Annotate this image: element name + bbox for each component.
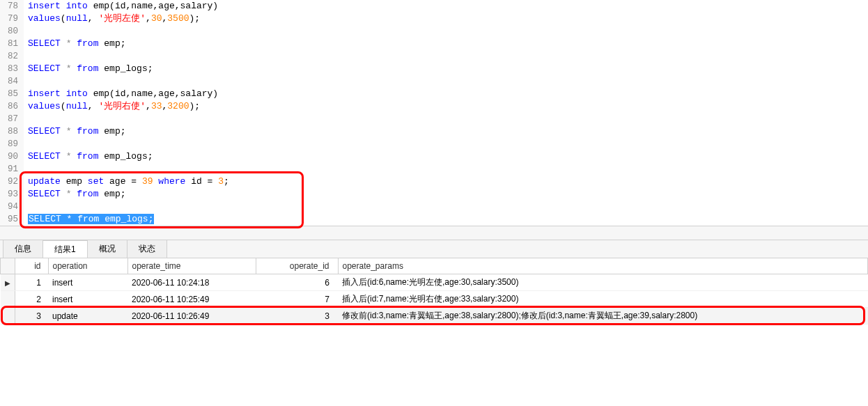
cell-operate_time[interactable]: 2020-06-11 10:26:49 <box>127 308 256 325</box>
code-line[interactable]: 91 <box>0 163 868 175</box>
code-line[interactable]: 79values(null, '光明左使',30,3500); <box>0 13 868 25</box>
code-content[interactable]: values(null, '光明右使',33,3200); <box>24 100 200 113</box>
cell-operation[interactable]: insert <box>48 291 127 308</box>
code-content[interactable]: update emp set age = 39 where id = 3; <box>24 175 229 188</box>
line-number: 82 <box>0 50 24 63</box>
cell-id[interactable]: 2 <box>15 291 48 308</box>
code-line[interactable]: 95SELECT * from emp_logs; <box>0 213 868 226</box>
line-number: 93 <box>0 188 24 201</box>
cell-operate_time[interactable]: 2020-06-11 10:24:18 <box>127 274 256 291</box>
code-line[interactable]: 85insert into emp(id,name,age,salary) <box>0 88 868 100</box>
table-row[interactable]: 3update2020-06-11 10:26:493修改前(id:3,name… <box>1 308 868 325</box>
col-header-operation[interactable]: operation <box>48 258 127 274</box>
code-content[interactable]: insert into emp(id,name,age,salary) <box>24 0 218 13</box>
col-header-operate-params[interactable]: operate_params <box>338 258 868 274</box>
code-content[interactable] <box>24 113 28 125</box>
results-panel: id operation operate_time operate_id ope… <box>0 258 868 325</box>
line-number: 94 <box>0 201 24 213</box>
code-content[interactable] <box>24 50 28 63</box>
code-content[interactable]: SELECT * from emp; <box>24 188 126 201</box>
code-line[interactable]: 80 <box>0 25 868 38</box>
line-number: 91 <box>0 163 24 175</box>
table-row[interactable]: ▶1insert2020-06-11 10:24:186插入后(id:6,nam… <box>1 274 868 291</box>
row-indicator: ▶ <box>1 274 15 291</box>
code-content[interactable]: SELECT * from emp_logs; <box>24 150 153 163</box>
table-row[interactable]: 2insert2020-06-11 10:25:497插入后(id:7,name… <box>1 291 868 308</box>
code-line[interactable]: 94 <box>0 201 868 213</box>
code-content[interactable] <box>24 163 28 175</box>
row-indicator <box>1 308 15 325</box>
results-tab[interactable]: 结果1 <box>42 240 88 258</box>
code-line[interactable]: 82 <box>0 50 868 63</box>
code-line[interactable]: 92update emp set age = 39 where id = 3; <box>0 175 868 188</box>
row-indicator-header <box>1 258 15 274</box>
line-number: 83 <box>0 63 24 75</box>
cell-operate_id[interactable]: 7 <box>256 291 338 308</box>
code-line[interactable]: 93SELECT * from emp; <box>0 188 868 201</box>
results-tab[interactable]: 概况 <box>87 240 127 258</box>
code-line[interactable]: 87 <box>0 113 868 125</box>
results-tab[interactable]: 信息 <box>3 240 43 258</box>
results-table[interactable]: id operation operate_time operate_id ope… <box>0 258 868 325</box>
cell-operation[interactable]: insert <box>48 274 127 291</box>
line-number: 89 <box>0 138 24 150</box>
line-number: 87 <box>0 113 24 125</box>
col-header-id[interactable]: id <box>15 258 48 274</box>
sql-editor[interactable]: 78insert into emp(id,name,age,salary)79v… <box>0 0 868 226</box>
code-content[interactable]: SELECT * from emp; <box>24 38 126 50</box>
results-tabs: 信息结果1概况状态 <box>0 240 868 258</box>
code-line[interactable]: 81SELECT * from emp; <box>0 38 868 50</box>
code-content[interactable] <box>24 75 28 88</box>
cell-operate_id[interactable]: 3 <box>256 308 338 325</box>
line-number: 84 <box>0 75 24 88</box>
code-content[interactable]: SELECT * from emp_logs; <box>24 63 153 75</box>
cell-operate_params[interactable]: 修改前(id:3,name:青翼蝠王,age:38,salary:2800);修… <box>338 308 868 325</box>
code-content[interactable] <box>24 25 28 38</box>
code-line[interactable]: 90SELECT * from emp_logs; <box>0 150 868 163</box>
cell-operate_id[interactable]: 6 <box>256 274 338 291</box>
code-content[interactable]: SELECT * from emp; <box>24 125 126 138</box>
code-content[interactable]: values(null, '光明左使',30,3500); <box>24 13 200 25</box>
code-line[interactable]: 88SELECT * from emp; <box>0 125 868 138</box>
line-number: 85 <box>0 88 24 100</box>
col-header-operate-time[interactable]: operate_time <box>127 258 256 274</box>
col-header-operate-id[interactable]: operate_id <box>256 258 338 274</box>
code-content[interactable] <box>24 138 28 150</box>
cell-id[interactable]: 3 <box>15 308 48 325</box>
row-indicator <box>1 291 15 308</box>
line-number: 86 <box>0 100 24 113</box>
cell-operate_params[interactable]: 插入后(id:6,name:光明左使,age:30,salary:3500) <box>338 274 868 291</box>
code-line[interactable]: 89 <box>0 138 868 150</box>
line-number: 88 <box>0 125 24 138</box>
code-line[interactable]: 83SELECT * from emp_logs; <box>0 63 868 75</box>
code-line[interactable]: 84 <box>0 75 868 88</box>
line-number: 78 <box>0 0 24 13</box>
code-line[interactable]: 86values(null, '光明右使',33,3200); <box>0 100 868 113</box>
current-row-marker-icon: ▶ <box>5 279 10 287</box>
results-tab[interactable]: 状态 <box>127 240 167 258</box>
code-content[interactable] <box>24 201 28 213</box>
line-number: 79 <box>0 13 24 25</box>
line-number: 80 <box>0 25 24 38</box>
line-number: 92 <box>0 175 24 188</box>
line-number: 95 <box>0 213 24 226</box>
code-content[interactable]: insert into emp(id,name,age,salary) <box>24 88 218 100</box>
line-number: 81 <box>0 38 24 50</box>
cell-operate_time[interactable]: 2020-06-11 10:25:49 <box>127 291 256 308</box>
code-line[interactable]: 78insert into emp(id,name,age,salary) <box>0 0 868 13</box>
cell-id[interactable]: 1 <box>15 274 48 291</box>
editor-results-divider <box>0 226 868 240</box>
cell-operation[interactable]: update <box>48 308 127 325</box>
line-number: 90 <box>0 150 24 163</box>
code-content[interactable]: SELECT * from emp_logs; <box>24 213 154 226</box>
cell-operate_params[interactable]: 插入后(id:7,name:光明右使,age:33,salary:3200) <box>338 291 868 308</box>
